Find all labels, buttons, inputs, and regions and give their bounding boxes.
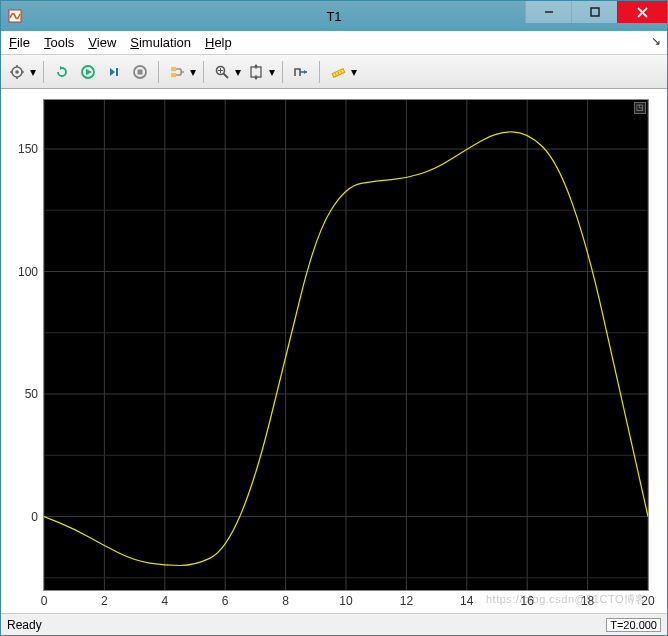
maximize-button[interactable] bbox=[571, 1, 617, 23]
run-button[interactable] bbox=[76, 60, 100, 84]
x-tick-label: 4 bbox=[161, 590, 168, 608]
y-tick-label: 50 bbox=[25, 387, 44, 401]
svg-rect-2 bbox=[591, 8, 599, 16]
x-tick-label: 14 bbox=[460, 590, 473, 608]
close-button[interactable] bbox=[617, 1, 667, 23]
svg-marker-32 bbox=[254, 77, 258, 80]
separator bbox=[43, 61, 44, 83]
triggers-button[interactable] bbox=[289, 60, 313, 84]
autoscale-dropdown[interactable]: ▾ bbox=[268, 65, 276, 79]
svg-marker-11 bbox=[60, 66, 63, 70]
minimize-button[interactable] bbox=[525, 1, 571, 23]
status-text: Ready bbox=[7, 618, 42, 632]
scope-axes[interactable]: ◳ 05010015002468101214161820 bbox=[43, 99, 649, 591]
separator bbox=[158, 61, 159, 83]
watermark: https://blog.csdn@51CTO博客 bbox=[486, 592, 647, 607]
measurements-button[interactable] bbox=[326, 60, 350, 84]
help-corner-icon[interactable]: ↘ bbox=[651, 34, 661, 48]
menu-file[interactable]: File bbox=[9, 35, 30, 50]
x-tick-label: 0 bbox=[41, 590, 48, 608]
svg-rect-19 bbox=[171, 73, 176, 77]
x-tick-label: 2 bbox=[101, 590, 108, 608]
menu-simulation[interactable]: Simulation bbox=[130, 35, 191, 50]
x-tick-label: 8 bbox=[282, 590, 289, 608]
measurements-dropdown[interactable]: ▾ bbox=[350, 65, 358, 79]
autoscale-button[interactable] bbox=[244, 60, 268, 84]
app-icon bbox=[7, 8, 23, 24]
menu-view[interactable]: View bbox=[88, 35, 116, 50]
menu-help[interactable]: Help bbox=[205, 35, 232, 50]
svg-line-27 bbox=[224, 73, 229, 78]
svg-marker-31 bbox=[254, 64, 258, 67]
svg-rect-18 bbox=[171, 67, 176, 71]
restart-button[interactable] bbox=[50, 60, 74, 84]
settings-dropdown[interactable]: ▾ bbox=[29, 65, 37, 79]
y-tick-label: 150 bbox=[18, 142, 44, 156]
x-tick-label: 16 bbox=[521, 590, 534, 608]
step-forward-button[interactable] bbox=[102, 60, 126, 84]
statusbar: Ready T=20.000 bbox=[1, 613, 667, 635]
expand-axes-icon[interactable]: ◳ bbox=[634, 102, 646, 114]
zoom-button[interactable] bbox=[210, 60, 234, 84]
stop-button[interactable] bbox=[128, 60, 152, 84]
svg-marker-34 bbox=[304, 70, 307, 74]
y-tick-label: 100 bbox=[18, 265, 44, 279]
plot-area: ◳ 05010015002468101214161820 https://blo… bbox=[1, 89, 667, 613]
svg-rect-17 bbox=[138, 69, 143, 74]
svg-marker-14 bbox=[110, 68, 115, 76]
menubar: File Tools View Simulation Help ↘ bbox=[1, 31, 667, 55]
window-buttons bbox=[525, 1, 667, 31]
x-tick-label: 10 bbox=[339, 590, 352, 608]
separator bbox=[282, 61, 283, 83]
signal-dropdown[interactable]: ▾ bbox=[189, 65, 197, 79]
zoom-dropdown[interactable]: ▾ bbox=[234, 65, 242, 79]
settings-button[interactable] bbox=[5, 60, 29, 84]
signal-selector-button[interactable] bbox=[165, 60, 189, 84]
toolbar: ▾ ▾ ▾ ▾ ▾ bbox=[1, 55, 667, 89]
plot-canvas bbox=[44, 100, 648, 590]
svg-point-6 bbox=[15, 70, 19, 74]
svg-marker-13 bbox=[86, 69, 92, 75]
x-tick-label: 6 bbox=[222, 590, 229, 608]
separator bbox=[319, 61, 320, 83]
y-tick-label: 0 bbox=[31, 510, 44, 524]
x-tick-label: 20 bbox=[641, 590, 654, 608]
svg-rect-15 bbox=[116, 68, 118, 76]
separator bbox=[203, 61, 204, 83]
sim-time: T=20.000 bbox=[606, 618, 661, 632]
menu-tools[interactable]: Tools bbox=[44, 35, 74, 50]
x-tick-label: 18 bbox=[581, 590, 594, 608]
titlebar: T1 bbox=[1, 1, 667, 31]
x-tick-label: 12 bbox=[400, 590, 413, 608]
app-window: T1 File Tools View Simulation Help ↘ ▾ ▾… bbox=[0, 0, 668, 636]
